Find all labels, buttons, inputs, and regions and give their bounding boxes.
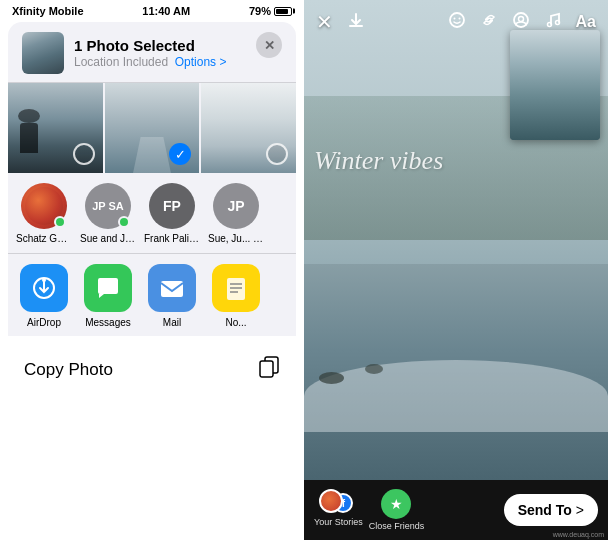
share-apps-row: AirDrop Messages Mail: [8, 253, 296, 336]
svg-point-7: [453, 17, 455, 19]
battery-percent: 79%: [249, 5, 271, 17]
person-name-3: Frank Palisano: [144, 233, 200, 245]
copy-photo-row[interactable]: Copy Photo: [8, 342, 296, 397]
svg-point-12: [555, 20, 559, 24]
share-header-text: 1 Photo Selected Location Included Optio…: [74, 37, 226, 69]
time-label: 11:40 AM: [142, 5, 190, 17]
overlay-photo-image: [510, 30, 600, 140]
story-overlay-photo[interactable]: [510, 30, 600, 140]
photo-strip: ✓: [8, 83, 296, 173]
person-avatar-3: FP: [149, 183, 195, 229]
music-icon[interactable]: [544, 11, 562, 34]
notes-label: No...: [225, 317, 246, 328]
notes-icon-svg: [222, 274, 250, 302]
airdrop-label: AirDrop: [27, 317, 61, 328]
status-bar: Xfinity Mobile 11:40 AM 79%: [0, 0, 304, 22]
photo-thumb-3[interactable]: [201, 83, 296, 173]
close-button[interactable]: ✕: [256, 32, 282, 58]
svg-point-1: [42, 278, 46, 282]
share-sheet-panel: Xfinity Mobile 11:40 AM 79% 1 Photo Sele…: [0, 0, 304, 540]
location-label: Location Included: [74, 55, 168, 69]
story-text-content: Winter vibes: [314, 146, 443, 175]
photo-thumb-1[interactable]: [8, 83, 103, 173]
people-row: Schatz Gabe JP SA Sue and Julie FP Frank…: [8, 173, 296, 253]
share-header-left: 1 Photo Selected Location Included Optio…: [22, 32, 226, 74]
story-canvas: Winter vibes: [304, 0, 608, 480]
svg-rect-5: [260, 361, 273, 377]
thumbnail-image: [22, 32, 64, 74]
online-indicator-1: [54, 216, 66, 228]
svg-point-11: [547, 22, 551, 26]
close-icon[interactable]: ✕: [316, 10, 333, 34]
story-text-overlay[interactable]: Winter vibes: [314, 145, 508, 176]
share-title: 1 Photo Selected: [74, 37, 226, 54]
share-thumbnail: [22, 32, 64, 74]
text-tool-icon[interactable]: Aa: [576, 13, 596, 31]
mention-icon[interactable]: [512, 11, 530, 34]
share-app-messages[interactable]: Messages: [80, 264, 136, 328]
story-editor-panel: Winter vibes ✕: [304, 0, 608, 540]
battery-icon: [274, 7, 292, 16]
close-friends-avatar: ★: [381, 489, 411, 519]
star-icon: ★: [390, 496, 403, 512]
share-subtitle: Location Included Options >: [74, 55, 226, 69]
photo-thumb-2[interactable]: ✓: [105, 83, 200, 173]
airdrop-icon-svg: [30, 274, 58, 302]
messages-app-icon: [84, 264, 132, 312]
person-item-2[interactable]: JP SA Sue and Julie: [80, 183, 136, 245]
link-icon-svg: [480, 11, 498, 29]
messages-icon-svg: [94, 274, 122, 302]
share-app-mail[interactable]: Mail: [144, 264, 200, 328]
snow-ground: [304, 360, 608, 432]
mail-app-icon: [148, 264, 196, 312]
photo-select-circle-1[interactable]: [73, 143, 95, 165]
toolbar-left: ✕: [316, 10, 365, 34]
link-icon[interactable]: [480, 11, 498, 34]
battery-area: 79%: [249, 5, 292, 17]
copy-photo-label: Copy Photo: [24, 360, 113, 380]
share-app-notes[interactable]: No...: [208, 264, 264, 328]
close-friends-destination[interactable]: ★ Close Friends: [369, 489, 425, 531]
your-stories-destination[interactable]: f Your Stories: [314, 489, 363, 531]
svg-rect-3: [227, 278, 245, 300]
airdrop-app-icon: [20, 264, 68, 312]
copy-icon: [258, 356, 280, 383]
options-link[interactable]: Options >: [175, 55, 227, 69]
story-destinations: f Your Stories ★ Close Friends: [314, 489, 496, 531]
person-avatar-2: JP SA: [85, 183, 131, 229]
send-to-button[interactable]: Send To >: [504, 494, 598, 526]
svg-point-10: [518, 16, 523, 21]
person-item-1[interactable]: Schatz Gabe: [16, 183, 72, 245]
smiley-icon[interactable]: [448, 11, 466, 34]
notes-app-icon: [212, 264, 260, 312]
send-to-arrow-icon: >: [576, 502, 584, 518]
online-indicator-2: [118, 216, 130, 228]
carrier-label: Xfinity Mobile: [12, 5, 84, 17]
person-name-4: Sue, Ju... 1 of: [208, 233, 264, 245]
download-icon-svg: [347, 11, 365, 29]
smiley-icon-svg: [448, 11, 466, 29]
rock-1: [319, 372, 344, 384]
person-avatar-4: JP: [213, 183, 259, 229]
messages-label: Messages: [85, 317, 131, 328]
watermark: www.deuaq.com: [553, 531, 604, 538]
story-toolbar: ✕: [304, 0, 608, 44]
share-header: 1 Photo Selected Location Included Optio…: [8, 22, 296, 83]
photo-select-circle-3[interactable]: [266, 143, 288, 165]
send-to-label: Send To: [518, 502, 572, 518]
person-item-3[interactable]: FP Frank Palisano: [144, 183, 200, 245]
close-friends-label: Close Friends: [369, 521, 425, 531]
svg-point-6: [450, 13, 464, 27]
copy-icon-svg: [258, 356, 280, 378]
share-app-airdrop[interactable]: AirDrop: [16, 264, 72, 328]
toolbar-right: Aa: [448, 11, 596, 34]
person-item-4[interactable]: JP Sue, Ju... 1 of: [208, 183, 264, 245]
your-stories-label: Your Stories: [314, 517, 363, 527]
download-icon[interactable]: [347, 11, 365, 34]
your-stories-avatars: f: [319, 489, 357, 515]
mail-label: Mail: [163, 317, 181, 328]
mail-icon-svg: [158, 274, 186, 302]
svg-rect-2: [161, 281, 183, 297]
person-name-1: Schatz Gabe: [16, 233, 72, 245]
person-name-2: Sue and Julie: [80, 233, 136, 245]
